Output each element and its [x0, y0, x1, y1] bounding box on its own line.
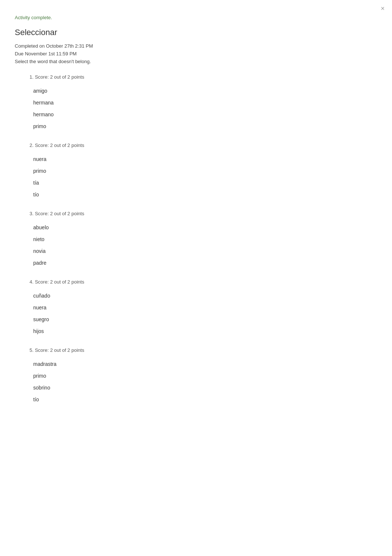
question-4-option-2[interactable]: nuera	[30, 302, 392, 313]
question-3-option-3[interactable]: novia	[30, 246, 392, 256]
question-block-4: 4. Score: 2 out of 2 pointscuñadonuerasu…	[30, 279, 392, 336]
question-1-option-3[interactable]: hermano	[30, 109, 392, 120]
question-3-option-4[interactable]: padre	[30, 258, 392, 268]
due-date: Due November 1st 11:59 PM	[15, 50, 392, 58]
close-button[interactable]: ×	[381, 5, 385, 12]
question-3-score: 3. Score: 2 out of 2 points	[30, 211, 392, 216]
completed-on: Completed on October 27th 2:31 PM	[15, 42, 392, 50]
question-4-option-1[interactable]: cuñado	[30, 291, 392, 301]
question-block-1: 1. Score: 2 out of 2 pointsamigohermanah…	[30, 74, 392, 131]
page-title: Seleccionar	[15, 28, 392, 37]
question-2-option-4[interactable]: tío	[30, 189, 392, 200]
question-block-3: 3. Score: 2 out of 2 pointsabuelonietono…	[30, 211, 392, 268]
question-3-option-1[interactable]: abuelo	[30, 222, 392, 233]
question-5-option-2[interactable]: primo	[30, 371, 392, 381]
question-3-option-2[interactable]: nieto	[30, 234, 392, 244]
question-1-score: 1. Score: 2 out of 2 points	[30, 74, 392, 80]
question-4-option-3[interactable]: suegro	[30, 314, 392, 325]
questions-container: 1. Score: 2 out of 2 pointsamigohermanah…	[30, 74, 392, 405]
question-1-option-2[interactable]: hermana	[30, 97, 392, 108]
question-5-score: 5. Score: 2 out of 2 points	[30, 347, 392, 353]
question-2-option-1[interactable]: nuera	[30, 154, 392, 164]
question-2-score: 2. Score: 2 out of 2 points	[30, 143, 392, 148]
instructions: Select the word that doesn't belong.	[15, 58, 392, 66]
question-block-2: 2. Score: 2 out of 2 pointsnueraprimotía…	[30, 143, 392, 200]
question-1-option-1[interactable]: amigo	[30, 86, 392, 96]
meta-info: Completed on October 27th 2:31 PM Due No…	[15, 42, 392, 65]
question-4-option-4[interactable]: hijos	[30, 326, 392, 336]
question-2-option-2[interactable]: primo	[30, 166, 392, 176]
activity-complete-label: Activity complete.	[15, 15, 392, 20]
question-5-option-4[interactable]: tío	[30, 394, 392, 405]
question-2-option-3[interactable]: tía	[30, 178, 392, 188]
question-4-score: 4. Score: 2 out of 2 points	[30, 279, 392, 285]
question-5-option-3[interactable]: sobrino	[30, 382, 392, 393]
question-1-option-4[interactable]: primo	[30, 121, 392, 131]
question-5-option-1[interactable]: madrastra	[30, 359, 392, 369]
question-block-5: 5. Score: 2 out of 2 pointsmadrastraprim…	[30, 347, 392, 405]
